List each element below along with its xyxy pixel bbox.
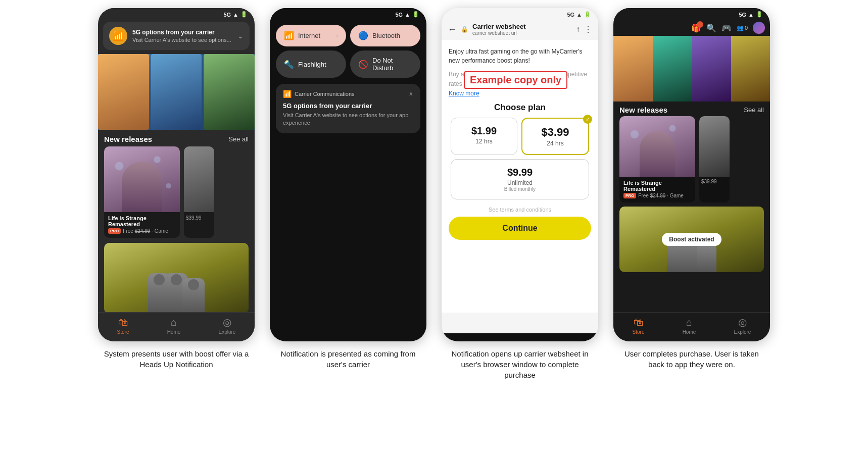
s4-game-card-partial[interactable]: $39.99 (699, 116, 730, 202)
status-bar-4: 5G ▲ 🔋 (613, 8, 770, 19)
notif-body: Visit Carrier A's website to see options… (132, 37, 232, 43)
store-icon: 🛍 (118, 317, 128, 328)
signal-icon-4: ▲ (748, 12, 754, 18)
heads-up-notification[interactable]: 📶 5G options from your carrier Visit Car… (103, 22, 250, 50)
battery-icon-2: 🔋 (412, 11, 419, 18)
continue-button[interactable]: Continue (449, 217, 591, 240)
phone-screen-2: 5G ▲ 🔋 📶 Internet › 🔵 Bluetooth (270, 8, 426, 341)
websheet-body: Enjoy ultra fast gaming on the go with M… (442, 40, 598, 313)
terms-text[interactable]: See terms and conditions (449, 207, 591, 213)
phone-screen-4: 5G ▲ 🔋 🎁 ! 🔍 🎮 👥 0 (613, 8, 770, 341)
gamepad-icon[interactable]: 🎮 (721, 23, 732, 33)
s4-nav-home-label: Home (683, 329, 696, 335)
notif-chevron-icon[interactable]: ⌄ (237, 32, 244, 40)
game-card-image (104, 146, 180, 212)
status-bar-1: 5G ▲ 🔋 (98, 8, 255, 19)
price-category: Game (155, 228, 168, 234)
game-price: Free $24.99 · Game (123, 228, 168, 234)
users-count: 👥 0 (737, 25, 748, 31)
nav-explore[interactable]: ◎ Explore (218, 316, 235, 335)
character-art-2 (640, 131, 675, 177)
status-5g-1: 5G (223, 12, 231, 18)
example-copy-container: Buy a pass to enjoy ultra fast gaming at… (449, 69, 591, 88)
game-card-partial[interactable]: $39.99 (184, 146, 214, 238)
gift-icon-container[interactable]: 🎁 ! (691, 23, 701, 33)
s4-home-icon: ⌂ (686, 317, 692, 328)
carrier-notification-card[interactable]: 📶 Carrier Communications ∧ 5G options fr… (276, 84, 420, 133)
signal-icon-3: ▲ (576, 12, 582, 18)
back-button[interactable]: ← (448, 24, 457, 35)
nav-explore-label: Explore (218, 329, 235, 335)
s4-nav-store[interactable]: 🛍 Store (633, 317, 645, 335)
qs-dnd-label: Do Not Disturb (372, 57, 412, 72)
battery-icon-3: 🔋 (584, 11, 591, 18)
carrier-icon: 📶 (283, 90, 292, 98)
game-card-partial-info: $39.99 (184, 212, 214, 224)
notif-expand-icon[interactable]: ∧ (409, 90, 413, 97)
qs-flashlight-label: Flashlight (298, 61, 326, 68)
plan-199[interactable]: $1.99 12 hrs (451, 118, 517, 155)
user-avatar[interactable] (753, 22, 765, 34)
dnd-icon: 🚫 (358, 60, 368, 69)
s4-large-game-card[interactable]: Boost activated (619, 207, 764, 272)
screen-1-col: 5G ▲ 🔋 📶 5G options from your carrier Vi… (95, 8, 257, 370)
plan-399[interactable]: $3.99 24 hrs (521, 118, 589, 155)
s4-nav-home[interactable]: ⌂ Home (683, 317, 696, 335)
s4-game-card-lis[interactable]: Life is Strange Remastered PRO Free $24.… (619, 116, 695, 202)
caption-3: Notification opens up carrier websheet i… (447, 348, 593, 380)
ws-intro-text: Enjoy ultra fast gaming on the go with M… (449, 47, 591, 65)
gift-badge: ! (697, 21, 703, 28)
banner-tile-d (731, 36, 770, 101)
see-all-button[interactable]: See all (228, 135, 249, 143)
quick-settings-panel: 📶 Internet › 🔵 Bluetooth 🔦 Flashlight (270, 19, 426, 84)
banner-tile-b (653, 36, 692, 101)
search-icon[interactable]: 🔍 (706, 23, 716, 33)
know-more-link[interactable]: Know more (449, 90, 479, 97)
plan-199-duration: 12 hrs (456, 138, 512, 145)
lock-icon: 🔒 (461, 26, 468, 33)
websheet-header: ← 🔒 Carrier websheet carrier websheet ur… (442, 19, 598, 40)
s4-nav-explore[interactable]: ◎ Explore (734, 316, 751, 335)
banner-tile-a (98, 54, 149, 130)
plan-999[interactable]: $9.99 Unlimited Billed monthly (451, 159, 589, 199)
qs-internet[interactable]: 📶 Internet › (276, 25, 346, 46)
qs-dnd[interactable]: 🚫 Do Not Disturb (350, 50, 420, 78)
plan-199-price: $1.99 (456, 125, 512, 137)
share-icon[interactable]: ↑ (576, 25, 580, 34)
notif-card-body: Visit Carrier A's website to see options… (283, 112, 413, 127)
more-icon[interactable]: ⋮ (584, 25, 592, 34)
s4-see-all-button[interactable]: See all (744, 106, 764, 114)
nav-store[interactable]: 🛍 Store (117, 317, 129, 335)
s4-game-card-partial-image (699, 116, 730, 177)
nav-home[interactable]: ⌂ Home (167, 317, 181, 335)
banner-tile-b (151, 54, 202, 130)
notif-source: 📶 Carrier Communications (283, 90, 355, 98)
signal-icon-1: ▲ (233, 12, 238, 18)
qs-flashlight[interactable]: 🔦 Flashlight (276, 50, 346, 78)
s4-price-free: Free (638, 193, 649, 198)
qs-bluetooth[interactable]: 🔵 Bluetooth (350, 25, 420, 46)
plan-999-price: $9.99 (456, 167, 584, 178)
large-game-card[interactable] (104, 243, 249, 314)
game-card-info: Life is Strange Remastered PRO Free $24.… (104, 212, 180, 238)
plan-grid: $1.99 12 hrs $3.99 24 hrs (449, 118, 591, 155)
soldiers-art (148, 273, 205, 314)
plan-399-duration: 24 hrs (527, 140, 583, 147)
users-icon: 👥 (737, 25, 744, 31)
game-card-lis[interactable]: Life is Strange Remastered PRO Free $24.… (104, 146, 180, 238)
bluetooth-icon: 🔵 (358, 31, 368, 40)
screen-2-col: 5G ▲ 🔋 📶 Internet › 🔵 Bluetooth (267, 8, 429, 370)
example-copy-label: Example copy only (464, 71, 567, 89)
s4-game-price: Free $24.99 · Game (638, 193, 684, 198)
users-number: 0 (745, 25, 748, 31)
notif-card-header: 📶 Carrier Communications ∧ (283, 90, 413, 98)
websheet-url: carrier websheet url (472, 30, 572, 36)
nav-home-label: Home (167, 329, 181, 335)
status-bar-3: 5G ▲ 🔋 (442, 8, 598, 19)
notif-title: 5G options from your carrier (132, 29, 232, 36)
notif-text: 5G options from your carrier Visit Carri… (132, 29, 232, 43)
boost-activated-badge: Boost activated (662, 233, 721, 246)
screen-3-col: 5G ▲ 🔋 ← 🔒 Carrier websheet carrier webs… (439, 8, 601, 380)
character-art (122, 162, 162, 212)
caption-2: Notification is presented as coming from… (275, 348, 421, 370)
